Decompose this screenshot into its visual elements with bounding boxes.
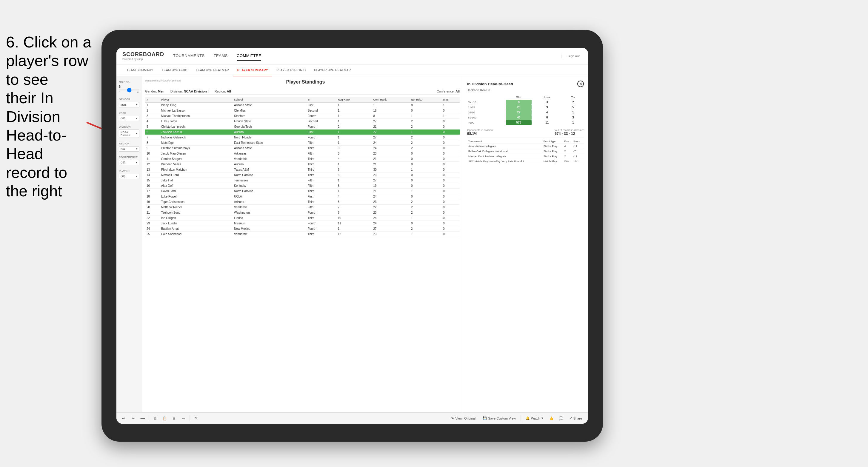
cell-school: North Florida xyxy=(232,135,306,140)
table-row[interactable]: 5 Christo Lamprecht Georgia Tech Fourth … xyxy=(145,124,460,129)
cell-num: 9 xyxy=(145,146,160,151)
cell-num: 6 xyxy=(145,129,160,135)
table-row[interactable]: 4 Luke Claton Florida State Second 1 27 … xyxy=(145,119,460,124)
tourn-cell-name: SEC Match Play hosted by Jerry Pate Roun… xyxy=(467,159,542,164)
sub-nav-player-h2h-heatmap[interactable]: PLAYER H2H HEATMAP xyxy=(310,64,355,76)
table-row[interactable]: 11 Gordon Sargent Vanderbilt Third 4 21 … xyxy=(145,156,460,162)
table-row[interactable]: 16 Alex Goff Kentucky Fifth 8 19 0 0 xyxy=(145,183,460,189)
table-row[interactable]: 6 Jackson Koivun Auburn First 1 22 1 0 xyxy=(145,129,460,135)
cell-school: Auburn xyxy=(232,129,306,135)
redo-button[interactable]: ↪ xyxy=(129,415,137,422)
conference-control[interactable]: (All) ▾ xyxy=(119,160,140,165)
table-row[interactable]: 14 Maxwell Ford North Carolina Third 3 2… xyxy=(145,173,460,178)
table-row[interactable]: 18 Luke Powell UCLA First 4 24 0 0 xyxy=(145,194,460,199)
region-control[interactable]: N/a ▾ xyxy=(119,146,140,152)
cell-player: Luke Powell xyxy=(160,194,232,199)
sub-nav-team-h2h-heatmap[interactable]: TEAM H2H HEATMAP xyxy=(192,64,233,76)
cell-rds: 1 xyxy=(409,231,441,237)
table-row[interactable]: 12 Brendan Valles Auburn Third 1 21 0 0 xyxy=(145,162,460,167)
cell-player: Michael Thorbjornsen xyxy=(160,114,232,119)
division-control[interactable]: NCAA Division I ▾ xyxy=(119,129,140,138)
share-button[interactable]: ↗ Share xyxy=(567,415,584,421)
comment-button[interactable]: 💬 xyxy=(558,415,565,422)
cell-school: Florida xyxy=(232,215,306,221)
table-row[interactable]: 8 Mats Ege East Tennessee State Fifth 1 … xyxy=(145,140,460,146)
table-row[interactable]: 17 David Ford North Carolina Third 1 21 … xyxy=(145,189,460,194)
tourn-cell-name: Amer Ari Intercollegiate xyxy=(467,144,542,149)
cell-rds: 2 xyxy=(409,210,441,215)
cell-rds: 0 xyxy=(409,183,441,189)
table-row[interactable]: 13 Phichakun Maichon Texas A&M Third 6 3… xyxy=(145,167,460,173)
close-button[interactable]: ✕ xyxy=(577,81,584,87)
refresh-button[interactable]: ↻ xyxy=(192,415,199,422)
view-original-button[interactable]: 👁 View: Original xyxy=(448,416,478,421)
table-row[interactable]: 10 Jacob Mau Olesen Arkansas Fifth 5 23 … xyxy=(145,151,460,156)
save-custom-button[interactable]: 💾 Save Custom View xyxy=(480,415,518,421)
table-row[interactable]: 25 Cole Sherwood Vanderbilt Third 12 23 … xyxy=(145,231,460,237)
no-rds-slider-container: 0 12 xyxy=(119,90,140,94)
watch-button[interactable]: 🔔 Watch ▾ xyxy=(523,415,546,421)
table-row[interactable]: 19 Tiger Christensen Arizona Third 8 23 … xyxy=(145,199,460,205)
table-row[interactable]: 15 Jake Hall Tennessee Fifth 1 27 0 0 xyxy=(145,178,460,183)
cell-num: 7 xyxy=(145,135,160,140)
tourn-cell-type: Match Play xyxy=(542,159,563,164)
sub-nav-player-h2h-grid[interactable]: PLAYER H2H GRID xyxy=(272,64,310,76)
cell-yr: Fourth xyxy=(306,226,336,231)
cell-yr: Third xyxy=(306,199,336,205)
cell-player: Jacob Mau Olesen xyxy=(160,151,232,156)
sign-out-button[interactable]: Sign out xyxy=(565,54,582,59)
table-row[interactable]: 23 Jack Lundin Missouri Fourth 11 24 0 0 xyxy=(145,221,460,226)
table-row[interactable]: 24 Bastien Amat New Mexico Fourth 1 27 2… xyxy=(145,226,460,231)
sub-nav-player-summary[interactable]: PLAYER SUMMARY xyxy=(233,64,272,76)
h2h-cell-loss: 3 xyxy=(532,100,562,105)
gender-section: Gender Men ▾ xyxy=(119,98,140,107)
nav-committee[interactable]: COMMITTEE xyxy=(237,51,261,61)
cell-win: 0 xyxy=(441,194,460,199)
gender-control[interactable]: Men ▾ xyxy=(119,102,140,107)
cell-conf: 8 xyxy=(372,114,409,119)
cell-win: 0 xyxy=(441,199,460,205)
table-row[interactable]: 20 Matthew Riedel Vanderbilt Fifth 7 22 … xyxy=(145,205,460,210)
h2h-cell-loss: 11 xyxy=(532,120,562,125)
cell-conf: 24 xyxy=(372,215,409,221)
cell-num: 2 xyxy=(145,108,160,114)
left-sidebar: No Rds. 6 0 12 Gender Men ▾ xyxy=(116,76,142,412)
filter-division: Division: NCAA Division I xyxy=(170,90,209,93)
table-row[interactable]: 3 Michael Thorbjornsen Stanford Fourth 1… xyxy=(145,114,460,119)
player-control[interactable]: (All) ▾ xyxy=(119,174,140,179)
copy-button[interactable]: ⧉ xyxy=(151,415,158,422)
table-row[interactable]: 1 Wenyi Ding Arizona State First 1 1 8 1 xyxy=(145,103,460,108)
format-button[interactable]: ⊞ xyxy=(170,415,178,422)
paste-button[interactable]: 📋 xyxy=(161,415,168,422)
cell-yr: Fifth xyxy=(306,178,336,183)
cell-yr: Fifth xyxy=(306,205,336,210)
tournament-row: SEC Match Play hosted by Jerry Pate Roun… xyxy=(467,159,584,164)
cell-conf: 23 xyxy=(372,231,409,237)
no-rds-slider[interactable] xyxy=(119,90,140,90)
table-row[interactable]: 7 Nicholas Gabrelcik North Florida Fourt… xyxy=(145,135,460,140)
forward-button[interactable]: ⟶ xyxy=(139,415,146,422)
sub-nav-team-summary[interactable]: TEAM SUMMARY xyxy=(122,64,158,76)
sub-nav-team-h2h-grid[interactable]: TEAM H2H GRID xyxy=(158,64,192,76)
table-row[interactable]: 22 Ian Gilligan Florida Third 10 24 1 0 xyxy=(145,215,460,221)
cell-school: Tennessee xyxy=(232,178,306,183)
cell-win: 0 xyxy=(441,205,460,210)
undo-button[interactable]: ↩ xyxy=(120,415,127,422)
table-row[interactable]: 9 Preston Summerhays Arizona State Third… xyxy=(145,146,460,151)
cell-conf: 23 xyxy=(372,210,409,215)
cell-win: 0 xyxy=(441,146,460,151)
tourn-cell-type: Stroke Play xyxy=(542,144,563,149)
year-control[interactable]: (All) ▾ xyxy=(119,116,140,121)
table-row[interactable]: 2 Michael La Sasso Ole Miss Second 1 18 … xyxy=(145,108,460,114)
cell-player: Gordon Sargent xyxy=(160,156,232,162)
thumbs-up-button[interactable]: 👍 xyxy=(548,415,555,422)
h2h-cell-win: 578 xyxy=(506,120,532,125)
cell-num: 4 xyxy=(145,119,160,124)
table-row[interactable]: 21 Taehoon Song Washington Fourth 6 23 2… xyxy=(145,210,460,215)
h2h-cell-tie: 3 xyxy=(562,115,584,120)
nav-teams[interactable]: TEAMS xyxy=(214,51,228,61)
col-school: School xyxy=(232,97,306,103)
more-btn[interactable]: ··· xyxy=(180,415,187,422)
cell-conf: 24 xyxy=(372,146,409,151)
nav-tournaments[interactable]: TOURNAMENTS xyxy=(173,51,205,61)
